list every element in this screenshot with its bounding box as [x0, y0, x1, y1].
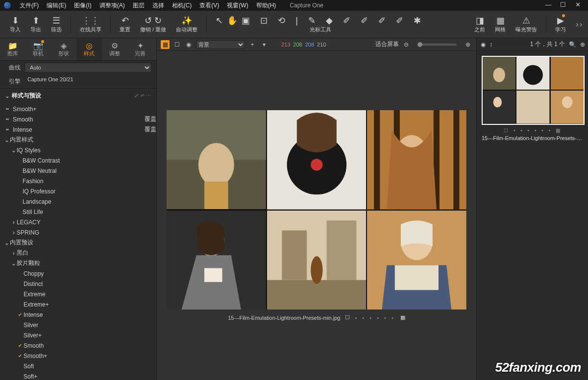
menu-select[interactable]: 选择	[148, 1, 168, 10]
window-close-icon[interactable]: ✕	[570, 1, 585, 8]
window-maximize-icon[interactable]: ☐	[556, 1, 570, 8]
menu-file[interactable]: 文件(F)	[16, 1, 43, 10]
preset-item[interactable]: Choppy	[0, 268, 156, 279]
menu-edit[interactable]: 编辑(E)	[43, 1, 70, 10]
preset-item[interactable]: Smooth+	[0, 104, 156, 114]
builtin-styles-node[interactable]: ⌄内置样式	[0, 135, 156, 145]
before-button[interactable]: ◨之前	[469, 15, 490, 33]
reset-button[interactable]: ↶重置	[115, 15, 135, 33]
preset-item[interactable]: ✔Smooth	[0, 340, 156, 351]
undo-redo-icon: ↺ ↻	[145, 15, 162, 26]
share-button[interactable]: ⋮⋮在线共享	[75, 15, 106, 33]
preset-item[interactable]: ✔Intense	[0, 309, 156, 320]
auto-adjust-button[interactable]: ✨自动调整	[171, 15, 202, 33]
filter-button[interactable]: ☰筛选	[46, 15, 67, 33]
tab-tether[interactable]: 📷联机	[25, 38, 51, 60]
styles-section-header[interactable]: ⌄ 样式与预设 ⤢ ↶ ⋯	[0, 88, 156, 103]
zoom-in-button[interactable]: ⊕	[464, 40, 472, 49]
thumb-rating-dots[interactable]: ☐ • • • • • • ▩	[482, 128, 584, 133]
exposure-warning-button[interactable]: ⚠曝光警告	[511, 15, 542, 33]
tab-adjust[interactable]: ⚙调整	[102, 38, 127, 60]
grid-button[interactable]: ▦网格	[490, 15, 511, 33]
import-button[interactable]: ⬇导入	[5, 15, 25, 33]
preset-item[interactable]: Silver+	[0, 330, 156, 340]
toolbar-overflow-button[interactable]: ››	[576, 20, 583, 29]
section-actions[interactable]: ⤢ ↶ ⋯	[134, 93, 151, 99]
preset-item[interactable]: Extreme+	[0, 299, 156, 309]
preset-item[interactable]: Soft+	[0, 371, 156, 380]
grain-node[interactable]: ⌄胶片颗粒	[0, 258, 156, 268]
rating-box-icon[interactable]: ☐	[345, 314, 350, 321]
window-minimize-icon[interactable]: —	[541, 1, 556, 8]
eye-icon[interactable]: ◉	[481, 41, 486, 48]
preset-item[interactable]: Soft	[0, 361, 156, 371]
spring-node[interactable]: ›SPRING	[0, 227, 156, 238]
menu-image[interactable]: 图像(I)	[70, 1, 95, 10]
zoom-fit-label[interactable]: 适合屏幕	[375, 40, 399, 48]
view-grid-button[interactable]: ▦	[161, 40, 170, 49]
color-tag-dots[interactable]: • • • • • •	[355, 315, 395, 321]
preset-item[interactable]: ✔Smooth+	[0, 351, 156, 361]
sort-button[interactable]: ⊕	[580, 41, 585, 48]
style-item[interactable]: Fashion	[0, 176, 156, 186]
tool-tabs: 📁图库 📷联机 ◈形状 ◎样式 ⚙调整 ✦完善 ⋮	[0, 38, 156, 61]
reset-icon: ↶	[122, 15, 129, 26]
style-item[interactable]: B&W Contrast	[0, 155, 156, 166]
styles-icon: ◎	[86, 41, 93, 50]
export-button[interactable]: ⬆导出	[25, 15, 46, 33]
preset-item[interactable]: Smooth覆盖	[0, 114, 156, 124]
preset-item[interactable]: Distinct	[0, 279, 156, 289]
folder-icon: 📁	[8, 41, 18, 50]
cursor-tools-icons[interactable]: ↖ ✋ ▣ ⊡ ⟲ | ✎ ◆ ✐ ✐ ✐ ✐ ✱	[216, 15, 425, 26]
watermark: 52fanxing.com	[495, 360, 581, 375]
svg-rect-18	[267, 280, 367, 309]
tab-library[interactable]: 📁图库	[0, 38, 25, 60]
preset-item[interactable]: Intense覆盖	[0, 124, 156, 135]
menu-help[interactable]: 帮助(H)	[252, 1, 280, 10]
viewer-toolbar: ▦ ☐ ◉ 背景 + ▾ 213208208210 适合屏幕 ⊖ ⊕	[157, 38, 476, 51]
menu-adjustments[interactable]: 调整项(A)	[96, 1, 129, 10]
learn-button[interactable]: ▶学习	[550, 15, 571, 33]
viewport: 15---Film-Emulation-Lightroom-Presets-mi…	[157, 51, 476, 380]
view-single-button[interactable]: ☐	[172, 40, 181, 49]
menu-layer[interactable]: 图层	[129, 1, 148, 10]
tab-shape[interactable]: ◈形状	[51, 38, 76, 60]
iq-styles-node[interactable]: ⌄IQ Styles	[0, 145, 156, 155]
left-panel: 📁图库 📷联机 ◈形状 ◎样式 ⚙调整 ✦完善 ⋮ 曲线 Auto 引擎 Cap…	[0, 38, 157, 380]
view-proof-button[interactable]: ◉	[184, 40, 193, 49]
preset-item[interactable]: Extreme	[0, 289, 156, 299]
app-logo-icon	[4, 2, 11, 9]
flag-icon[interactable]: ▩	[400, 314, 405, 321]
add-button[interactable]: +	[248, 40, 257, 49]
dropdown-button[interactable]: ▾	[260, 40, 269, 49]
builtin-presets-node[interactable]: ⌄内置预设	[0, 238, 156, 248]
style-item[interactable]: B&W Neutral	[0, 166, 156, 176]
svg-point-25	[493, 68, 505, 82]
tab-styles[interactable]: ◎样式	[76, 38, 102, 60]
curve-row: 曲线 Auto	[0, 61, 156, 74]
menu-view[interactable]: 查看(V)	[196, 1, 223, 10]
bw-node[interactable]: ›黑白	[0, 248, 156, 258]
background-select[interactable]: 背景	[196, 40, 245, 49]
style-item[interactable]: Landscape	[0, 196, 156, 207]
style-item[interactable]: Still Life	[0, 207, 156, 217]
zoom-slider[interactable]	[417, 44, 457, 46]
sort-icon[interactable]: ↕	[490, 41, 492, 48]
legacy-node[interactable]: ›LEGACY	[0, 217, 156, 227]
rgb-readout: 213208208210	[281, 42, 326, 48]
preset-item[interactable]: Silver	[0, 320, 156, 330]
menu-window[interactable]: 视窗(W)	[223, 1, 252, 10]
curve-select[interactable]: Auto	[24, 63, 151, 72]
magic-wand-icon: ✨	[181, 15, 192, 26]
image-preview[interactable]	[167, 110, 466, 309]
tab-refine[interactable]: ✦完善	[127, 38, 153, 60]
chevron-down-icon: ⌄	[11, 147, 17, 154]
zoom-out-button[interactable]: ⊖	[402, 40, 411, 49]
style-item[interactable]: IQ Professor	[0, 186, 156, 196]
search-icon[interactable]: 🔍	[569, 41, 576, 48]
browser-thumbnail[interactable]: ☐ • • • • • • ▩ 15---Film-Emulation-Ligh…	[477, 51, 588, 146]
menu-camera[interactable]: 相机(C)	[168, 1, 196, 10]
undo-redo-button[interactable]: ↺ ↻撤销 / 重做	[135, 15, 171, 33]
item-count: 1 个，共 1 个	[496, 40, 565, 48]
sliders-icon: ⚙	[111, 41, 118, 50]
